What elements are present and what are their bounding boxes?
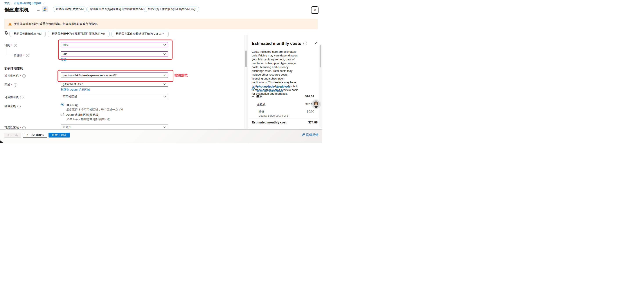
panel-divider bbox=[248, 33, 248, 128]
cost-row-amount: $70.08 bbox=[285, 103, 314, 106]
form-clip-region: 可用性区域 * 区域 1 bbox=[0, 0, 244, 129]
cost-group-amount: $70.08 bbox=[285, 95, 314, 98]
info-icon[interactable] bbox=[303, 42, 307, 45]
cost-row-sub: Ubuntu Server 24.04 LTS bbox=[258, 114, 288, 117]
cost-row-amount: $0.00 bbox=[285, 110, 314, 113]
main-scrollbar-thumb[interactable] bbox=[245, 51, 247, 67]
cost-total-divider bbox=[248, 118, 322, 118]
previous-button[interactable]: < 上一步 bbox=[4, 133, 21, 138]
panel-scrollbar-thumb[interactable] bbox=[320, 45, 321, 68]
cost-group-label[interactable]: 基本 bbox=[256, 95, 262, 99]
cost-total-amount: $74.88 bbox=[289, 121, 318, 124]
footer-feedback-link[interactable]: 提供反馈 bbox=[306, 133, 318, 137]
chevron-down-icon[interactable] bbox=[252, 96, 254, 97]
cost-row-label: 虚拟机 bbox=[257, 103, 265, 107]
cost-panel-title-text: Estimated monthly costs bbox=[252, 41, 301, 46]
cost-panel-title: Estimated monthly costs bbox=[252, 41, 307, 46]
info-icon[interactable] bbox=[22, 126, 26, 129]
assistant-avatar[interactable] bbox=[312, 100, 320, 108]
chevron-down-icon bbox=[163, 126, 166, 128]
feedback-person-icon bbox=[301, 133, 305, 137]
availability-zone-dropdown[interactable]: 区域 1 bbox=[61, 125, 168, 129]
collapse-icon[interactable] bbox=[314, 42, 318, 45]
cost-total-label: Estimated monthly cost bbox=[252, 121, 286, 124]
estimate-feedback-link[interactable]: Give feedback about your estimate experi… bbox=[256, 85, 301, 93]
next-disks-button[interactable]: 下一步: 磁盘 > bbox=[22, 133, 47, 138]
required-marker: * bbox=[20, 126, 21, 129]
availability-zone-label-text: 可用性区域 bbox=[4, 126, 19, 129]
review-create-button[interactable]: 查看 + 创建 bbox=[48, 133, 70, 138]
availability-zone-value: 区域 1 bbox=[63, 125, 163, 129]
create-vm-page: 主页 › 计算基础结构 | 虚拟机 › 创建虚拟机 ⋯ 帮助我创建低成本 VM bbox=[0, 0, 322, 143]
close-icon: ✕ bbox=[314, 8, 316, 12]
availability-zone-label: 可用性区域 * bbox=[4, 126, 26, 129]
panel-bottom-divider bbox=[248, 128, 322, 128]
feedback-bubbles-icon bbox=[251, 87, 255, 91]
close-button-annotation[interactable]: ✕ bbox=[311, 6, 318, 14]
cost-row-label: 映像 bbox=[258, 110, 264, 114]
